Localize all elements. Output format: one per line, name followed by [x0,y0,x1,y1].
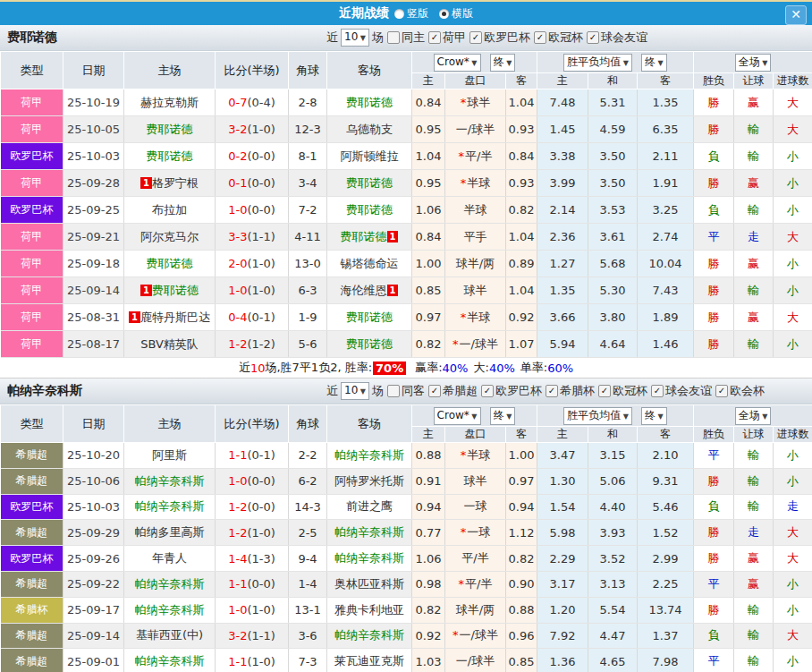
avg-away: 6.35 [638,116,694,143]
result-wdl: 勝 [694,468,734,494]
col-type: 类型 [1,52,63,89]
col-odds-hcap: 盘口 [445,73,506,89]
league-checkbox[interactable]: ✓ [546,385,558,397]
avg-home: 3.47 [537,443,588,469]
score-cell: 3-3(1-1) [216,224,289,251]
radio-horizontal-icon[interactable] [439,9,449,19]
col-res-goals: 进球数 [774,427,812,443]
col-avg-home: 主 [537,427,588,443]
home-team-name: 帕纳辛奈科斯 [135,654,205,668]
avg-draw: 3.93 [588,520,638,546]
home-team-cell: 1格罗宁根 [124,170,216,197]
radio-horizontal[interactable]: 横版 [439,6,473,21]
avg-draw: 3.53 [588,197,638,224]
home-team-cell: 阿尔克马尔 [124,224,216,251]
radio-vertical-label[interactable]: 竖版 [407,6,428,21]
rank-badge: 1 [140,177,152,189]
league-checkbox[interactable]: ✓ [715,385,728,397]
same-venue-checkbox[interactable] [387,31,400,44]
odds-group-header: Crow* 终 [412,405,537,427]
avg-home: 1.20 [537,597,588,623]
league-checkbox-label: 希腊超 [443,383,478,399]
league-checkbox[interactable]: ✓ [587,31,599,44]
table-row: 希腊杯25-09-17帕纳辛奈科斯1-0(1-0)13-1雅典卡利地亚0.82球… [1,597,812,623]
away-team-cell: 帕纳辛奈科斯 [327,623,412,649]
near-label: 近 [326,383,338,399]
avg-final-select[interactable]: 终 [641,407,667,425]
result-goals: 小 [774,331,812,358]
scope-select[interactable]: 全场 [735,407,772,425]
filter-bar: 近10场同客✓希腊超✓欧罗巴杯✓希腊杯✓欧冠杯✓球会友谊✓欧会杯 [326,382,765,400]
corner-count: 6-3 [289,277,327,304]
close-icon[interactable]: ✕ [785,5,807,25]
fulltime-score: 1-0 [228,603,247,617]
score-cell: 0-1(0-0) [216,170,289,197]
away-team-cell: 费耶诺德 [327,89,412,116]
league-type-badge: 希腊超 [1,520,63,546]
radio-horizontal-label[interactable]: 横版 [452,6,473,21]
avg-select[interactable]: 胜平负均值 [563,407,632,425]
home-team-cell: SBV精英队 [124,331,216,358]
odds-final-select[interactable]: 终 [490,407,516,425]
avg-draw: 4.59 [588,116,638,143]
home-team-name: 赫拉克勒斯 [140,96,199,109]
home-odds: 0.84 [412,89,445,116]
away-team-cell: 阿特罗米托斯 [327,468,412,494]
away-team-cell: 阿斯顿维拉 [327,143,412,170]
odds-source-select[interactable]: Crow* [434,54,481,72]
league-checkbox[interactable]: ✓ [534,31,546,44]
score-cell: 0-7(0-4) [216,89,289,116]
league-checkbox[interactable]: ✓ [651,385,664,397]
match-date: 25-09-26 [63,546,124,572]
result-wdl: 勝 [694,597,734,623]
away-odds: 1.04 [506,277,537,304]
result-handicap: 赢 [734,89,774,116]
avg-draw: 4.64 [588,331,638,358]
avg-final-select[interactable]: 终 [641,54,667,72]
avg-home: 1.45 [537,116,588,143]
fulltime-score: 1-2 [228,337,247,351]
table-row: 欧罗巴杯25-10-03费耶诺德0-2(0-0)8-1阿斯顿维拉1.04*平/半… [1,143,812,170]
league-checkbox[interactable]: ✓ [598,385,611,397]
table-row: 希腊超25-09-14基菲西亚(中)3-2(1-1)3-6帕纳辛奈科斯0.92*… [1,623,812,649]
avg-home: 7.92 [537,623,588,649]
league-type-badge: 希腊超 [1,623,63,649]
avg-home: 3.38 [537,143,588,170]
halftime-score: (1-2) [247,337,275,351]
team-name: 费耶诺德 [7,30,57,46]
scope-select[interactable]: 全场 [735,54,772,72]
result-handicap: 輸 [734,331,774,358]
halftime-score: (0-1) [247,448,275,462]
radio-vertical-icon[interactable] [394,9,404,19]
same-venue-checkbox[interactable] [387,385,400,397]
odds-final-select[interactable]: 终 [490,54,516,72]
handicap-cell: 一/球半 [445,116,506,143]
league-checkbox[interactable]: ✓ [428,385,441,397]
avg-home: 3.99 [537,170,588,197]
handicap-value: 球半/两 [456,257,495,270]
avg-select[interactable]: 胜平负均值 [563,54,632,72]
avg-away: 1.89 [638,304,694,331]
away-team-name: 锡塔德命运 [341,257,399,270]
league-checkbox[interactable]: ✓ [428,31,441,44]
home-team-name: 帕纳辛奈科斯 [135,577,205,591]
radio-vertical[interactable]: 竖版 [394,6,428,21]
match-count-select[interactable]: 10 [341,382,369,400]
score-cell: 1-0(1-0) [216,597,289,623]
league-checkbox[interactable]: ✓ [469,31,482,44]
away-team-cell: 费耶诺德1 [327,224,412,251]
col-odds-home: 主 [412,73,445,89]
away-team-name: 费耶诺德 [346,176,393,190]
league-checkbox[interactable]: ✓ [481,385,494,397]
avg-draw: 3.50 [588,143,638,170]
fulltime-score: 1-0 [228,203,247,217]
odds-source-select[interactable]: Crow* [434,407,481,425]
match-count-select[interactable]: 10 [341,29,369,47]
result-goals: 小 [774,143,812,170]
handicap-star: * [459,149,465,163]
halftime-score: (0-0) [247,474,275,488]
avg-away: 13.74 [638,597,694,623]
home-team-name: 帕纳多里高斯 [135,525,205,539]
handicap-value: 球半 [464,474,487,488]
avg-draw: 5.68 [588,251,638,277]
